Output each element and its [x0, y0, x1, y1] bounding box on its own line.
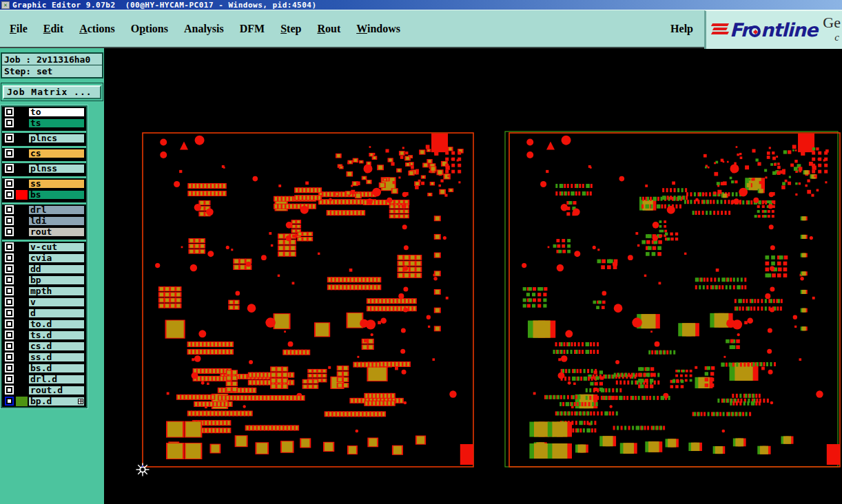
layer-name-d[interactable]: d [28, 308, 85, 318]
menu-windows[interactable]: Windows [356, 23, 400, 35]
layer-checkbox-bp.d[interactable] [6, 398, 12, 404]
menu-edit[interactable]: Edit [43, 23, 63, 35]
layer-row-d[interactable]: d [2, 308, 86, 319]
layer-row-plncs[interactable]: plncs [2, 131, 86, 144]
menu-file[interactable]: File [10, 23, 28, 35]
layer-checkbox-ss[interactable] [6, 180, 12, 187]
layer-row-dd[interactable]: dd [2, 264, 86, 275]
layer-row-ts[interactable]: ts [2, 118, 86, 129]
layer-checkbox-plnss[interactable] [6, 165, 12, 171]
layer-row-rout[interactable]: rout [2, 227, 86, 238]
layer-name-bp.d[interactable]: bp.d [28, 397, 85, 406]
layer-name-bp[interactable]: bp [28, 275, 85, 285]
layer-color-swatch-rout[interactable] [16, 227, 28, 237]
layer-name-ldi[interactable]: ldi [28, 216, 85, 226]
layer-name-rout.d[interactable]: rout.d [28, 386, 85, 395]
layer-name-cs.d[interactable]: cs.d [28, 342, 85, 351]
layer-checkbox-d[interactable] [6, 310, 12, 316]
layer-color-swatch-ss.d[interactable] [16, 353, 28, 362]
layer-name-v-cut[interactable]: v-cut [28, 242, 85, 252]
layer-row-cs[interactable]: cs [2, 146, 86, 159]
layer-checkbox-v[interactable] [6, 299, 12, 305]
layer-checkbox-to[interactable] [6, 109, 12, 115]
layer-color-swatch-cs[interactable] [16, 149, 28, 158]
layer-checkbox-cs[interactable] [6, 150, 12, 156]
layer-checkbox-dd[interactable] [6, 266, 12, 272]
layer-row-ss.d[interactable]: ss.d [2, 352, 86, 363]
layer-color-swatch-bs.d[interactable] [16, 364, 28, 373]
layer-color-swatch-plncs[interactable] [16, 134, 28, 143]
layer-checkbox-cs.d[interactable] [6, 343, 12, 349]
layer-row-ldi[interactable]: ldi [2, 216, 86, 227]
menu-rout[interactable]: Rout [317, 23, 340, 35]
layer-row-drl.d[interactable]: drl.d [2, 374, 86, 385]
layer-color-swatch-ldi[interactable] [16, 216, 28, 226]
layer-name-to[interactable]: to [28, 107, 85, 117]
layer-checkbox-ts.d[interactable] [6, 332, 12, 338]
layer-name-v[interactable]: v [28, 297, 85, 307]
layer-color-swatch-to.d[interactable] [16, 319, 28, 329]
layer-row-v[interactable]: v [2, 297, 86, 308]
layer-color-swatch-drl[interactable] [16, 205, 28, 215]
layer-row-to.d[interactable]: to.d [2, 319, 86, 330]
layer-color-swatch-plnss[interactable] [16, 164, 28, 174]
layer-color-swatch-rout.d[interactable] [16, 386, 28, 395]
layer-checkbox-cvia[interactable] [6, 255, 12, 261]
layer-name-bs.d[interactable]: bs.d [28, 364, 85, 373]
layer-row-mpth[interactable]: mpth [2, 286, 86, 297]
menu-options[interactable]: Options [131, 23, 168, 35]
layer-row-drl[interactable]: drl [2, 202, 86, 216]
layer-name-ss[interactable]: ss [28, 179, 85, 189]
layer-color-swatch-d[interactable] [16, 308, 28, 318]
layer-row-cvia[interactable]: cvia [2, 253, 86, 264]
layer-color-swatch-ts[interactable] [16, 118, 28, 128]
layer-color-swatch-bp.d[interactable] [16, 397, 28, 406]
layer-checkbox-bs[interactable] [6, 191, 12, 198]
layer-name-to.d[interactable]: to.d [28, 319, 85, 329]
layer-color-swatch-cvia[interactable] [16, 253, 28, 263]
layer-name-plnss[interactable]: plnss [28, 164, 85, 174]
layer-row-bp.d[interactable]: bp.d [2, 396, 86, 407]
menu-analysis[interactable]: Analysis [184, 23, 224, 35]
layer-checkbox-ldi[interactable] [6, 218, 12, 224]
menu-actions[interactable]: Actions [79, 23, 115, 35]
layer-checkbox-drl.d[interactable] [6, 376, 12, 382]
layer-name-mpth[interactable]: mpth [28, 286, 85, 296]
layer-row-to[interactable]: to [2, 107, 86, 118]
layer-name-ts[interactable]: ts [28, 118, 85, 128]
layer-row-bs.d[interactable]: bs.d [2, 363, 86, 374]
layer-color-swatch-mpth[interactable] [16, 286, 28, 296]
layer-color-swatch-ts.d[interactable] [16, 330, 28, 340]
layer-checkbox-mpth[interactable] [6, 288, 12, 294]
layer-name-bs[interactable]: bs [28, 190, 85, 200]
layer-color-swatch-ss[interactable] [16, 179, 28, 189]
layer-checkbox-rout.d[interactable] [6, 387, 12, 393]
layer-row-ss[interactable]: ss [2, 176, 86, 189]
layer-color-swatch-v-cut[interactable] [16, 242, 28, 252]
layer-color-swatch-cs.d[interactable] [16, 342, 28, 351]
layer-checkbox-drl[interactable] [6, 207, 12, 213]
layer-name-drl[interactable]: drl [28, 205, 85, 215]
layer-color-swatch-drl.d[interactable] [16, 375, 28, 384]
layer-checkbox-bs.d[interactable] [6, 365, 12, 371]
layer-row-bp[interactable]: bp [2, 275, 86, 286]
layer-checkbox-ts[interactable] [6, 120, 12, 126]
layer-name-drl.d[interactable]: drl.d [28, 375, 85, 384]
layer-color-swatch-bp[interactable] [16, 275, 28, 285]
layer-row-cs.d[interactable]: cs.d [2, 341, 86, 352]
layer-name-dd[interactable]: dd [28, 264, 85, 274]
layer-row-plnss[interactable]: plnss [2, 161, 86, 174]
layer-checkbox-to.d[interactable] [6, 321, 12, 327]
menu-help[interactable]: Help [670, 23, 693, 35]
layer-checkbox-ss.d[interactable] [6, 354, 12, 360]
layer-color-swatch-dd[interactable] [16, 264, 28, 274]
layer-name-cs[interactable]: cs [28, 149, 85, 158]
layer-name-plncs[interactable]: plncs [28, 134, 85, 143]
menu-dfm[interactable]: DFM [240, 23, 265, 35]
window-system-icon[interactable]: ✕ [1, 1, 10, 9]
layer-name-cvia[interactable]: cvia [28, 253, 85, 263]
layer-checkbox-bp[interactable] [6, 277, 12, 283]
layer-row-ts.d[interactable]: ts.d [2, 330, 86, 341]
layer-row-bs[interactable]: bs [2, 189, 86, 200]
menu-step[interactable]: Step [280, 23, 301, 35]
